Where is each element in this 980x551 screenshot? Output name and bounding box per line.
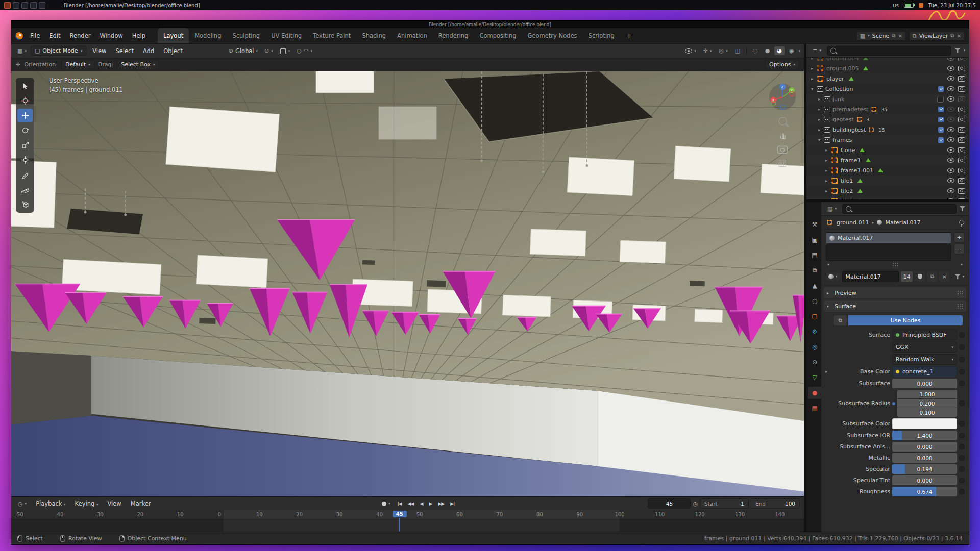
tab-texture-paint[interactable]: Texture Paint [307,28,356,43]
tab-uv-editing[interactable]: UV Editing [265,28,307,43]
expand-icon[interactable]: ▸ [824,158,829,163]
properties-tab-tool[interactable]: ⚒ [808,218,821,231]
eye-icon[interactable] [947,188,954,193]
tab-scripting[interactable]: Scripting [583,28,620,43]
eye-icon[interactable] [947,117,954,122]
expand-icon[interactable]: ▸ [824,189,829,193]
timeline-menu-playback[interactable]: Playback ▾ [31,498,70,509]
3d-viewport[interactable]: User Perspective (45) frames | ground.01… [11,71,804,496]
slider-subsurface-anis[interactable]: 0.000 [892,442,957,452]
eye-icon[interactable] [947,86,954,91]
remove-slot-button[interactable]: − [954,244,964,254]
playhead-label[interactable]: 45 [393,511,407,517]
camera-icon[interactable] [958,158,965,163]
menu-edit[interactable]: Edit [44,31,65,41]
outliner-row-geotest[interactable]: ▸geotest3 [806,114,969,124]
unlink-material-button[interactable]: ✕ [939,271,949,282]
decorator-icon[interactable] [959,489,965,494]
close-icon[interactable]: ✕ [898,33,902,39]
camera-icon[interactable] [958,117,965,122]
tab-compositing[interactable]: Compositing [474,28,522,43]
tray-icon[interactable] [919,3,923,8]
timeline-menu-view[interactable]: View [103,498,126,509]
drag-dropdown[interactable]: Select Box ▾ [117,60,159,69]
menu-field-random-walk[interactable]: Random Walk▾ [892,354,957,365]
next-keyframe-button[interactable]: ▶▶ [435,500,447,507]
viewport-menu-object[interactable]: Object [159,46,187,56]
outliner-row-buildingtest[interactable]: ▸buildingtest15 [806,124,969,135]
expand-icon[interactable]: ▸ [824,369,829,374]
expand-icon[interactable]: ▸ [817,117,822,122]
object-visibility-dropdown[interactable]: ▾ [682,47,699,55]
properties-tab-view-layer[interactable]: ⧉ [808,264,821,277]
workspace-indicator-2[interactable] [13,2,19,9]
camera-icon[interactable] [958,147,965,153]
slider-roughness[interactable]: 0.674 [892,487,957,496]
properties-tab-constraints[interactable]: ⊙ [808,356,821,368]
camera-icon[interactable] [958,66,965,71]
orientation-dropdown[interactable]: Default ▾ [61,60,94,69]
tab-shading[interactable]: Shading [356,28,391,43]
checkbox-icon[interactable] [938,127,944,133]
surface-panel-header[interactable]: ▾ Surface [824,300,966,312]
camera-icon[interactable] [958,137,965,143]
timeline-menu-marker[interactable]: Marker [126,498,156,509]
expand-icon[interactable]: ▸ [824,179,829,183]
properties-tab-render[interactable]: ▣ [808,234,821,246]
material-slot-list[interactable]: Material.017 [826,232,951,261]
timeline-editor-type-button[interactable]: ◷ ▾ [15,499,29,508]
slider-subsurface-ior[interactable]: 1.400 [892,431,957,440]
camera-view-icon[interactable] [777,146,788,154]
camera-icon[interactable] [958,178,965,184]
viewport-menu-select[interactable]: Select [111,46,138,56]
outliner-row-junk[interactable]: ▸junk [806,94,969,104]
timeline-menu-keying[interactable]: Keying ▾ [70,498,103,509]
window-titlebar[interactable]: Blender [/home/amalie/Desktop/blender/of… [11,21,969,28]
camera-icon[interactable] [958,198,965,200]
transform-orientation-dropdown[interactable]: ⊕ Global ▾ [226,46,260,56]
outliner-row-frames[interactable]: ▾frames [806,135,969,145]
expand-icon[interactable]: ▸ [824,148,829,153]
camera-icon[interactable] [958,107,965,112]
snapping-toggle[interactable]: ▾ [277,47,293,55]
play-reverse-button[interactable]: ◀ [418,500,426,507]
properties-tab-world[interactable]: ○ [808,295,821,307]
show-gizmo-dropdown[interactable]: ✛ ▾ [701,46,715,55]
slot-specials-icon[interactable]: ▾ [827,262,829,267]
expand-icon[interactable]: ▸ [810,77,815,81]
tool-rotate[interactable] [17,123,33,137]
workspace-indicator-3[interactable] [21,2,28,9]
material-name-field[interactable]: Material.017 [842,271,899,282]
camera-icon[interactable] [958,86,965,92]
outliner-row-tile1[interactable]: ▸tile1 [806,176,969,186]
expand-icon[interactable]: ▾ [817,138,822,142]
tool-select-box[interactable] [17,79,33,93]
properties-search-input[interactable] [842,204,957,214]
current-frame-field[interactable]: 45 [648,498,691,509]
workspace-indicators[interactable] [4,2,45,9]
resize-grip-icon[interactable] [892,262,898,267]
timeline-ruler[interactable]: -50-40-30-20-100102030405060708090100110… [11,510,804,532]
viewport-menu-add[interactable]: Add [138,46,159,56]
use-nodes-button[interactable]: Use Nodes [848,315,963,325]
prev-keyframe-button[interactable]: ◀◀ [405,500,416,507]
expand-icon[interactable]: ▸ [824,199,829,200]
expand-icon[interactable]: ▸ [817,97,822,102]
camera-icon[interactable] [958,188,965,194]
outliner-row-frame1[interactable]: ▸frame1 [806,155,969,165]
frame-end-field[interactable]: End 100 [751,498,800,509]
camera-icon[interactable] [958,58,965,61]
viewport-render[interactable] [11,71,804,496]
shading-solid-button[interactable]: ● [763,46,773,55]
eye-icon[interactable] [947,147,954,153]
tab-layout[interactable]: Layout [158,28,189,43]
tab-sculpting[interactable]: Sculpting [227,28,265,43]
slider-specular-tint[interactable]: 0.000 [892,475,957,485]
eye-icon[interactable] [947,107,954,112]
new-layer-icon[interactable]: ⧉ [950,33,954,39]
outliner-row-tile3[interactable]: ▸tile3 [806,196,969,199]
menu-render[interactable]: Render [65,31,95,41]
outliner-search-input[interactable] [827,46,952,56]
tab-geometry-nodes[interactable]: Geometry Nodes [522,28,583,43]
editor-type-button[interactable]: ▦ ▾ [15,46,29,55]
